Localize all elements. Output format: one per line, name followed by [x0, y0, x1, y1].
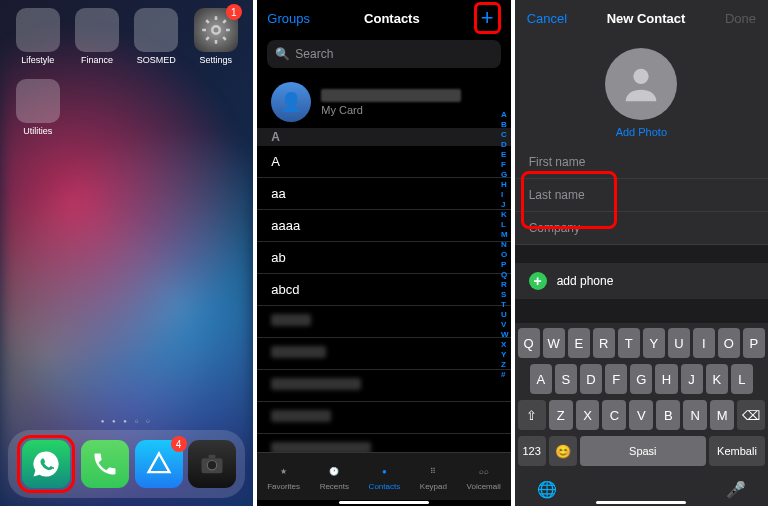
home-indicator[interactable] [596, 501, 686, 504]
tab-favorites[interactable]: ★Favorites [267, 462, 300, 491]
key-z[interactable]: Z [549, 400, 573, 430]
key-f[interactable]: F [605, 364, 627, 394]
key-j[interactable]: J [681, 364, 703, 394]
number-key[interactable]: 123 [518, 436, 546, 466]
key-r[interactable]: R [593, 328, 615, 358]
avatar-placeholder[interactable] [605, 48, 677, 120]
svg-rect-3 [209, 455, 216, 459]
home-indicator[interactable] [339, 501, 429, 504]
keyboard: QWERTYUIOP ASDFGHJKL ⇧ ZXCVBNM ⌫ 123 😊 S… [515, 323, 768, 506]
key-t[interactable]: T [618, 328, 640, 358]
notification-badge: 4 [171, 436, 187, 452]
gear-icon [201, 15, 231, 45]
svg-point-4 [634, 69, 649, 84]
page-title: New Contact [607, 11, 686, 26]
contact-row[interactable]: ab [257, 242, 510, 274]
contact-row[interactable] [257, 402, 510, 434]
key-a[interactable]: A [530, 364, 552, 394]
my-card[interactable]: 👤 My Card [257, 76, 510, 128]
app-label: Settings [199, 55, 232, 65]
contact-row[interactable]: aaaa [257, 210, 510, 242]
person-icon: ● [374, 462, 394, 480]
contact-row[interactable] [257, 306, 510, 338]
tab-keypad[interactable]: ⠿Keypad [420, 462, 447, 491]
key-b[interactable]: B [656, 400, 680, 430]
key-l[interactable]: L [731, 364, 753, 394]
dock-whatsapp[interactable] [22, 440, 70, 488]
dock: 4 [8, 430, 245, 498]
tab-recents[interactable]: 🕐Recents [320, 462, 349, 491]
dock-camera[interactable] [188, 440, 236, 488]
app-lifestyle[interactable]: Lifestyle [10, 8, 65, 65]
tab-contacts[interactable]: ●Contacts [369, 462, 401, 491]
search-placeholder: Search [295, 47, 333, 61]
key-m[interactable]: M [710, 400, 734, 430]
company-field[interactable]: Company [515, 212, 768, 245]
key-i[interactable]: I [693, 328, 715, 358]
space-key[interactable]: Spasi [580, 436, 706, 466]
page-indicator: ● ● ● ○ ○ [0, 418, 253, 424]
keypad-icon: ⠿ [423, 462, 443, 480]
key-e[interactable]: E [568, 328, 590, 358]
key-w[interactable]: W [543, 328, 565, 358]
key-n[interactable]: N [683, 400, 707, 430]
key-k[interactable]: K [706, 364, 728, 394]
key-c[interactable]: C [602, 400, 626, 430]
key-h[interactable]: H [655, 364, 677, 394]
highlight-whatsapp [17, 435, 75, 493]
app-finance[interactable]: Finance [69, 8, 124, 65]
emoji-key[interactable]: 😊 [549, 436, 577, 466]
key-p[interactable]: P [743, 328, 765, 358]
name-form: First name Last name Company [515, 146, 768, 245]
backspace-key[interactable]: ⌫ [737, 400, 765, 430]
app-grid: Lifestyle Finance SOSMED 1 Settings Util… [10, 8, 243, 136]
first-name-field[interactable]: First name [515, 146, 768, 179]
alphabet-index[interactable]: ABCDEFGHIJKLMNOPQRSTUVWXYZ# [501, 110, 509, 380]
camera-icon [198, 450, 226, 478]
key-g[interactable]: G [630, 364, 652, 394]
globe-icon[interactable]: 🌐 [536, 478, 558, 500]
home-screen: Lifestyle Finance SOSMED 1 Settings Util… [0, 0, 253, 506]
done-button[interactable]: Done [725, 11, 756, 26]
app-utilities[interactable]: Utilities [10, 79, 65, 136]
key-y[interactable]: Y [643, 328, 665, 358]
highlight-add: + [474, 2, 501, 34]
dock-phone[interactable] [81, 440, 129, 488]
return-key[interactable]: Kembali [709, 436, 765, 466]
app-sosmed[interactable]: SOSMED [129, 8, 184, 65]
add-photo-button[interactable]: Add Photo [616, 126, 667, 138]
mic-icon[interactable]: 🎤 [725, 478, 747, 500]
avatar: 👤 [271, 82, 311, 122]
key-q[interactable]: Q [518, 328, 540, 358]
whatsapp-icon [31, 449, 61, 479]
contact-row[interactable] [257, 338, 510, 370]
appstore-icon [145, 450, 173, 478]
add-phone-button[interactable]: + add phone [515, 263, 768, 299]
dock-appstore[interactable]: 4 [135, 440, 183, 488]
svg-point-0 [212, 26, 220, 34]
tab-bar: ★Favorites 🕐Recents ●Contacts ⠿Keypad ⌕⌕… [257, 452, 510, 500]
key-o[interactable]: O [718, 328, 740, 358]
tab-voicemail[interactable]: ⌕⌕Voicemail [467, 462, 501, 491]
last-name-field[interactable]: Last name [515, 179, 768, 212]
shift-key[interactable]: ⇧ [518, 400, 546, 430]
key-d[interactable]: D [580, 364, 602, 394]
notification-badge: 1 [226, 4, 242, 20]
key-x[interactable]: X [576, 400, 600, 430]
app-settings[interactable]: 1 Settings [188, 8, 243, 65]
contact-row[interactable]: aa [257, 178, 510, 210]
key-u[interactable]: U [668, 328, 690, 358]
contact-row[interactable]: abcd [257, 274, 510, 306]
key-s[interactable]: S [555, 364, 577, 394]
cancel-button[interactable]: Cancel [527, 11, 567, 26]
groups-button[interactable]: Groups [267, 11, 310, 26]
key-v[interactable]: V [629, 400, 653, 430]
add-phone-label: add phone [557, 274, 614, 288]
section-header: A [257, 128, 510, 146]
add-contact-button[interactable]: + [481, 5, 494, 30]
contact-row[interactable]: A [257, 146, 510, 178]
search-input[interactable]: 🔍 Search [267, 40, 500, 68]
contact-row[interactable] [257, 370, 510, 402]
person-icon [618, 61, 664, 107]
new-contact-screen: Cancel New Contact Done Add Photo First … [515, 0, 768, 506]
